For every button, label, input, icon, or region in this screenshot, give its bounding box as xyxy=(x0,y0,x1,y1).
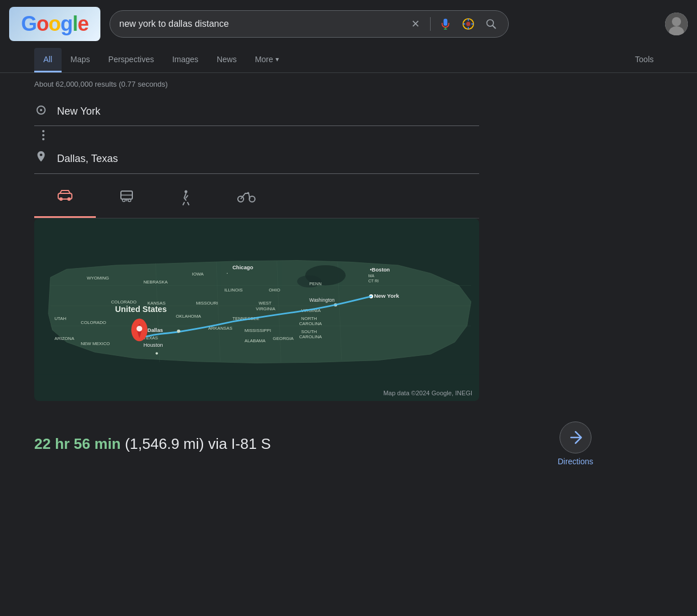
tab-maps[interactable]: Maps xyxy=(62,48,99,72)
svg-text:MISSOURI: MISSOURI xyxy=(196,301,218,306)
search-bar: new york to dallas distance ✕ xyxy=(110,10,509,38)
svg-text:WEST: WEST xyxy=(259,301,272,306)
svg-point-7 xyxy=(40,109,42,111)
svg-text:PENN: PENN xyxy=(309,281,322,286)
svg-text:COLORADO: COLORADO xyxy=(81,320,107,325)
svg-point-4 xyxy=(672,17,681,26)
svg-text:NEBRASKA: NEBRASKA xyxy=(143,279,168,285)
svg-text:MA: MA xyxy=(368,274,375,278)
transport-tabs xyxy=(34,183,479,218)
svg-text:CT RI: CT RI xyxy=(368,279,379,283)
directions-label: Directions xyxy=(558,457,593,466)
header: Google new york to dallas distance ✕ xyxy=(0,0,697,48)
svg-text:•: • xyxy=(227,272,228,275)
destination-icon xyxy=(34,151,48,167)
destination-row: Dallas, Texas xyxy=(34,144,479,174)
svg-text:New York: New York xyxy=(374,293,400,299)
svg-text:CAROLINA: CAROLINA xyxy=(299,321,322,326)
nav-tabs: All Maps Perspectives Images News More ▾… xyxy=(0,48,697,73)
results-count: About 62,000,000 results (0.77 seconds) xyxy=(0,73,697,95)
svg-text:ALABAMA: ALABAMA xyxy=(245,338,266,343)
google-logo[interactable]: Google xyxy=(9,7,100,41)
svg-text:VIRGINIA: VIRGINIA xyxy=(256,306,276,311)
svg-point-68 xyxy=(156,352,158,354)
svg-point-19 xyxy=(248,192,249,194)
tab-images[interactable]: Images xyxy=(163,48,208,72)
distance-widget: New York Dallas, Texas xyxy=(0,95,513,410)
svg-text:IOWA: IOWA xyxy=(192,271,204,277)
svg-point-10 xyxy=(67,197,71,201)
tab-all[interactable]: All xyxy=(34,48,62,72)
svg-text:WYOMING: WYOMING xyxy=(87,275,109,281)
svg-text:ARIZONA: ARIZONA xyxy=(54,336,74,341)
svg-text:United States: United States xyxy=(115,305,167,314)
directions-icon xyxy=(560,422,591,453)
svg-text:NORTH: NORTH xyxy=(301,316,317,321)
svg-text:SOUTH: SOUTH xyxy=(301,329,317,334)
divider xyxy=(430,17,431,31)
tab-perspectives[interactable]: Perspectives xyxy=(99,48,163,72)
svg-text:OHIO: OHIO xyxy=(269,287,280,293)
svg-text:•Boston: •Boston xyxy=(370,267,390,273)
search-submit-button[interactable] xyxy=(483,16,499,32)
tab-more[interactable]: More ▾ xyxy=(246,48,288,72)
tab-tools[interactable]: Tools xyxy=(626,48,663,72)
svg-text:UTAH: UTAH xyxy=(54,316,66,321)
duration-row: 22 hr 56 min (1,546.9 mi) via I-81 S Dir… xyxy=(0,410,627,475)
chevron-down-icon: ▾ xyxy=(275,55,279,63)
search-input[interactable]: new york to dallas distance xyxy=(119,19,400,29)
svg-text:CAROLINA: CAROLINA xyxy=(299,334,322,339)
svg-point-18 xyxy=(249,196,255,202)
origin-icon xyxy=(34,104,48,119)
origin-text[interactable]: New York xyxy=(57,106,479,117)
svg-text:Washington: Washington xyxy=(309,297,335,303)
svg-text:ILLINOIS: ILLINOIS xyxy=(224,287,242,293)
map-section: WYOMING NEBRASKA IOWA Chicago • ILLINOIS… xyxy=(34,218,479,401)
transport-walk[interactable] xyxy=(157,183,214,218)
lens-button[interactable] xyxy=(460,16,476,32)
duration-highlight: 22 hr 56 min xyxy=(34,435,121,452)
svg-text:OKLAHOMA: OKLAHOMA xyxy=(176,314,201,319)
svg-point-73 xyxy=(177,330,180,333)
duration-text: 22 hr 56 min (1,546.9 mi) via I-81 S xyxy=(34,435,271,453)
svg-text:MISSISSIPPI: MISSISSIPPI xyxy=(245,328,271,333)
svg-text:Houston: Houston xyxy=(143,342,163,348)
transport-transit[interactable] xyxy=(96,183,157,218)
destination-text[interactable]: Dallas, Texas xyxy=(57,153,479,165)
svg-point-1 xyxy=(466,22,470,26)
svg-point-9 xyxy=(59,197,63,201)
svg-point-16 xyxy=(185,191,188,193)
svg-point-71 xyxy=(136,326,142,331)
svg-text:GEORGIA: GEORGIA xyxy=(273,336,294,341)
svg-text:Chicago: Chicago xyxy=(232,265,253,270)
location-inputs: New York Dallas, Texas xyxy=(34,104,479,174)
transport-bike[interactable] xyxy=(214,183,278,218)
route-dots-icon xyxy=(37,128,50,142)
transport-drive[interactable] xyxy=(34,183,96,218)
map[interactable]: WYOMING NEBRASKA IOWA Chicago • ILLINOIS… xyxy=(34,218,479,401)
origin-row: New York xyxy=(34,104,479,126)
svg-text:NEW MEXICO: NEW MEXICO xyxy=(81,341,110,346)
avatar[interactable] xyxy=(665,13,688,35)
map-credit: Map data ©2024 Google, INEGI xyxy=(383,390,472,396)
voice-search-button[interactable] xyxy=(437,16,453,32)
clear-button[interactable]: ✕ xyxy=(407,16,423,32)
directions-button[interactable]: Directions xyxy=(558,422,593,466)
svg-point-14 xyxy=(128,199,131,202)
svg-text:Dallas: Dallas xyxy=(148,327,163,333)
tab-news[interactable]: News xyxy=(208,48,246,72)
duration-rest: (1,546.9 mi) via I-81 S xyxy=(121,435,271,452)
svg-point-13 xyxy=(123,199,125,202)
